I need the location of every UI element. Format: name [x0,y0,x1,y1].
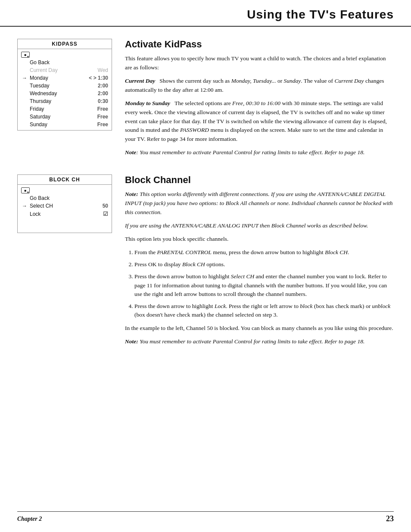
kidpass-monday-row: → Monday < > 1:30 [18,74,112,82]
blockch-note1-label: Note: [125,191,138,197]
kidpass-box-title: KIDPASS [18,39,112,49]
block-ch-term-1: Block CH [325,249,348,255]
page-header: Using the TV's Features [0,0,411,27]
blockch-outro: In the example to the left, Channel 50 i… [125,324,394,333]
kidpass-sunday-label: Sunday [30,121,97,128]
kidpass-friday-value: Free [97,106,108,112]
tv-icon: ■ ● [21,52,30,58]
kidpass-friday-label: Friday [30,106,97,112]
current-day-days: Monday, Tuesday... [231,78,276,84]
blockch-selectch-value: 50 [103,203,108,209]
blockch-lock-value: ☑ [103,211,108,217]
unblock-term: unblock [372,303,391,309]
blockch-left-col: BLOCK CH ■ ● Go Back → Select CH [17,174,112,350]
kidpass-goback-row: Go Back [18,59,112,66]
kidpass-wednesday-value: 2:00 [98,90,108,96]
footer-page: 23 [386,514,394,523]
arrow-icon: → [22,75,27,81]
footer-chapter: Chapter 2 [17,516,42,523]
monday-sunday-term: Monday to Sunday [125,100,170,106]
current-day-ref: Current Day [334,78,364,84]
blockch-section-body: Note: This option works differently with… [125,190,394,346]
blockch-goback-row: Go Back [18,194,112,202]
kidpass-saturday-row: Saturday Free [18,113,112,121]
password-term: PASSWORD [180,127,209,133]
kidpass-goback-label: Go Back [30,59,108,65]
kidpass-menu-body: ■ ● Go Back Current Day Wed → Mon [18,49,112,130]
kidpass-sunday-value: Free [97,121,108,128]
blockch-menu-body: ■ ● Go Back → Select CH 50 Lock [18,185,112,233]
blockch-note3-label: Note: [125,338,138,345]
kidpass-saturday-value: Free [97,114,108,120]
blockch-lock-label: Lock [30,211,103,217]
blockch-note2: If you are using the ANTENNA/CABLE ANALO… [125,221,394,230]
blockch-right-col: Block Channel Note: This option works di… [125,174,394,350]
blockch-selectch-row: → Select CH 50 [18,202,112,210]
blockch-step-3: Press the down arrow button to highlight… [134,272,394,299]
kidpass-thursday-label: Thursday [30,98,98,104]
current-day-sunday: Sunday [284,78,301,84]
kidpass-current-day-para: Current Day Shows the current day such a… [125,77,394,95]
blockch-step-1: From the PARENTAL CONTROL menu, press th… [134,248,394,257]
kidpass-monday-label: Monday [30,75,89,81]
kidpass-note: Note: You must remember to activate Pare… [125,148,394,157]
kidpass-section: KIDPASS ■ ● Go Back Current Day Wed [17,39,394,162]
kidpass-currentday-label: Current Day [30,67,98,73]
blockch-goback-label: Go Back [30,195,108,201]
arrow-icon-2: → [22,203,27,209]
blockch-lock-row: Lock ☑ [18,210,112,218]
select-ch-term: Select CH [231,273,254,280]
kidpass-tuesday-label: Tuesday [30,83,98,89]
blockch-spacer [18,218,112,231]
kidpass-icon-row: ■ ● [18,51,112,59]
blockch-selectch-label: Select CH [30,203,103,209]
blockch-note3: Note: You must remember to activate Pare… [125,337,394,346]
kidpass-friday-row: Friday Free [18,105,112,113]
kidpass-thursday-value: 0:30 [98,98,108,104]
kidpass-left-col: KIDPASS ■ ● Go Back Current Day Wed [17,39,112,162]
blockch-note3-text: You must remember to activate Parental C… [140,338,364,345]
kidpass-note-text: You must remember to activate Parental C… [140,149,364,156]
blockch-box-title: BLOCK CH [18,175,112,185]
page-footer: Chapter 2 23 [17,511,394,523]
kidpass-saturday-label: Saturday [30,114,97,120]
blockch-intro: This option lets you block specific chan… [125,235,394,244]
kidpass-section-body: This feature allows you to specify how m… [125,54,394,157]
block-term: block [300,303,312,309]
kidpass-section-title: Activate KidPass [125,39,394,50]
kidpass-tuesday-row: Tuesday 2:00 [18,82,112,90]
kidpass-note-label: Note [125,149,136,156]
kidpass-menu-box: KIDPASS ■ ● Go Back Current Day Wed [17,39,112,131]
lock-term: Lock [215,303,226,309]
kidpass-thursday-row: Thursday 0:30 [18,97,112,105]
parental-control-term: PARENTAL CONTROL [157,249,212,255]
kidpass-wednesday-label: Wednesday [30,90,98,96]
blockch-note1: Note: This option works differently with… [125,190,394,217]
kidpass-intro: This feature allows you to specify how m… [125,54,394,72]
kidpass-mon-sun-para: Monday to Sunday The selected options ar… [125,99,394,144]
block-ch-term-2: Block CH [182,261,205,268]
kidpass-wednesday-row: Wednesday 2:00 [18,90,112,97]
blockch-steps-list: From the PARENTAL CONTROL menu, press th… [134,248,394,320]
kidpass-tuesday-value: 2:00 [98,83,108,89]
page-title: Using the TV's Features [247,8,394,21]
blockch-section-title: Block Channel [125,174,394,186]
current-day-term: Current Day [125,78,155,84]
blockch-step-4: Press the down arrow to highlight Lock. … [134,302,394,320]
blockch-section: BLOCK CH ■ ● Go Back → Select CH [17,174,394,350]
kidpass-currentday-row: Current Day Wed [18,66,112,74]
blockch-menu-box: BLOCK CH ■ ● Go Back → Select CH [17,174,112,233]
tv-icon-2: ■ ● [21,187,30,193]
kidpass-monday-value: < > 1:30 [89,75,108,81]
free-term: Free, 00:30 to 16:00 [232,100,280,106]
kidpass-currentday-value: Wed [98,67,108,73]
blockch-step-2: Press OK to display Block CH options. [134,260,394,269]
blockch-note1-text: This option works differently with diffe… [125,191,393,215]
content-area: KIDPASS ■ ● Go Back Current Day Wed [0,27,411,367]
blockch-icon-row: ■ ● [18,187,112,194]
kidpass-sunday-row: Sunday Free [18,121,112,128]
kidpass-right-col: Activate KidPass This feature allows you… [125,39,394,162]
